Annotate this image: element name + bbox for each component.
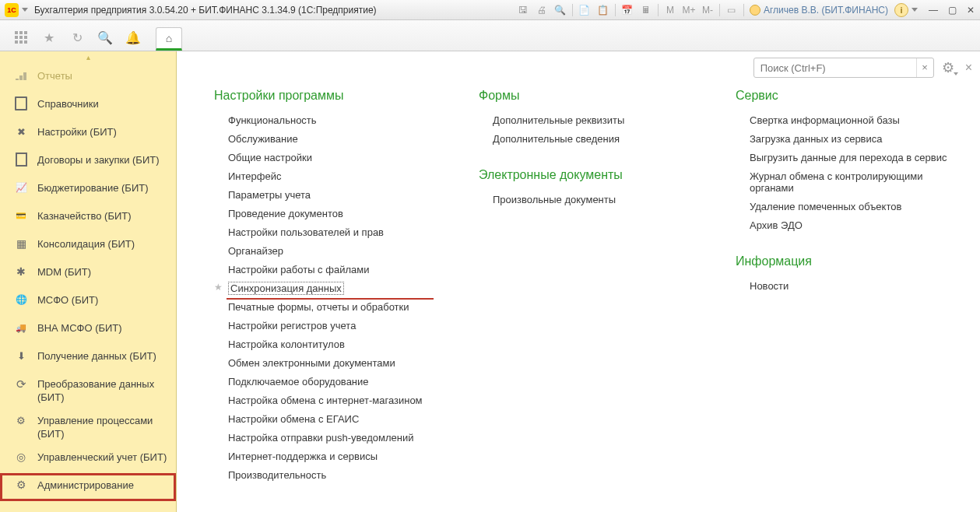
i-wallet-icon (14, 209, 28, 223)
sidebar-item-7[interactable]: MDM (БИТ) (0, 260, 176, 288)
task-icon[interactable]: ▭ (723, 2, 740, 18)
maximize-button[interactable]: ▢ (943, 3, 961, 17)
sidebar-item-9[interactable]: ВНА МСФО (БИТ) (0, 316, 176, 344)
i-gear-icon (14, 478, 28, 492)
minimize-button[interactable]: — (925, 3, 942, 17)
nav-link[interactable]: Загрузка данных из сервиса (736, 129, 969, 148)
paste-icon[interactable]: 📋 (595, 2, 612, 18)
nav-link[interactable]: Настройка обмена с интернет-магазином (214, 391, 448, 409)
memory-mplus[interactable]: M+ (680, 2, 697, 18)
section-info-heading: Информация (736, 254, 969, 268)
nav-link[interactable]: Общие настройки (214, 148, 448, 167)
sidebar-item-label: Управление процессами (БИТ) (37, 413, 168, 440)
sidebar-item-12[interactable]: Управление процессами (БИТ) (0, 409, 176, 445)
sidebar-item-6[interactable]: Консолидация (БИТ) (0, 232, 176, 260)
app-menu-dropdown[interactable] (22, 8, 28, 12)
i-book-icon (14, 96, 28, 110)
current-user[interactable]: Агличев В.В. (БИТ.ФИНАНС) (750, 5, 888, 16)
sidebar-item-10[interactable]: Получение данных (БИТ) (0, 344, 176, 372)
scroll-up-hint[interactable]: ▴ (0, 53, 176, 61)
section-forms-heading: Формы (479, 89, 704, 103)
i-globe-icon (14, 293, 28, 307)
nav-link[interactable]: Дополнительные сведения (479, 129, 704, 148)
nav-link[interactable]: Архив ЭДО (736, 216, 969, 234)
nav-link[interactable]: Дополнительные реквизиты (479, 110, 704, 129)
nav-link[interactable]: Печатные формы, отчеты и обработки (214, 297, 448, 316)
section-settings-heading: Настройки программы (214, 89, 448, 103)
tab-home[interactable]: ⌂ (156, 27, 182, 51)
nav-link[interactable]: Настройки регистров учета (214, 316, 448, 335)
nav-link[interactable]: Произвольные документы (479, 190, 704, 209)
nav-link[interactable]: Синхронизация данных (214, 279, 448, 297)
memory-mminus[interactable]: M- (699, 2, 716, 18)
favorite-icon[interactable]: ★ (42, 30, 56, 44)
nav-link[interactable]: Удаление помеченных объектов (736, 197, 969, 216)
nav-link[interactable]: Обмен электронными документами (214, 353, 448, 372)
nav-link[interactable]: Функциональность (214, 110, 448, 129)
preview-icon[interactable]: 🔍 (552, 2, 569, 18)
save-icon[interactable]: 🖫 (515, 2, 532, 18)
sidebar-item-label: Договоры и закупки (БИТ) (37, 153, 160, 167)
content-search[interactable]: × (753, 58, 934, 78)
sidebar-item-3[interactable]: Договоры и закупки (БИТ) (0, 148, 176, 176)
section-service-heading: Сервис (736, 89, 969, 103)
i-chart-icon (14, 181, 28, 195)
i-truck-icon (14, 321, 28, 335)
calendar-icon[interactable]: 📅 (619, 2, 636, 18)
sidebar-item-label: Справочники (37, 96, 99, 110)
sidebar-item-label: Управленческий учет (БИТ) (37, 450, 167, 464)
sidebar-item-label: Преобразование данных (БИТ) (37, 377, 168, 404)
close-button[interactable]: ✕ (962, 3, 979, 17)
apps-icon[interactable] (14, 30, 28, 44)
print-icon[interactable]: 🖨 (533, 2, 550, 18)
search-clear-icon[interactable]: × (916, 58, 933, 77)
help-dropdown[interactable] (912, 8, 918, 12)
nav-link[interactable]: Настройка колонтитулов (214, 335, 448, 353)
sidebar-item-13[interactable]: Управленческий учет (БИТ) (0, 445, 176, 473)
window-title: Бухгалтерия предприятия 3.0.54.20 + БИТ.… (34, 5, 377, 16)
nav-link[interactable]: Проведение документов (214, 204, 448, 223)
search-input[interactable] (754, 62, 916, 74)
nav-link[interactable]: Выгрузить данные для перехода в сервис (736, 148, 969, 167)
nav-link[interactable]: Подключаемое оборудование (214, 372, 448, 391)
nav-link[interactable]: Настройка отправки push-уведомлений (214, 428, 448, 447)
nav-link[interactable]: Новости (736, 276, 969, 295)
help-icon[interactable]: i (894, 3, 908, 17)
sidebar-item-label: Администрирование (37, 478, 134, 492)
nav-link[interactable]: Настройки пользователей и прав (214, 223, 448, 241)
sidebar-item-label: МСФО (БИТ) (37, 293, 98, 307)
sidebar-item-label: Отчеты (37, 68, 72, 82)
nav-link[interactable]: Параметры учета (214, 185, 448, 204)
nav-link[interactable]: Свертка информационной базы (736, 110, 969, 129)
copy-icon[interactable]: 📄 (576, 2, 593, 18)
nav-link[interactable]: Настройки работы с файлами (214, 260, 448, 279)
sidebar-item-1[interactable]: Справочники (0, 92, 176, 120)
user-name: Агличев В.В. (БИТ.ФИНАНС) (764, 5, 888, 16)
sidebar-item-4[interactable]: Бюджетирование (БИТ) (0, 176, 176, 204)
sidebar-item-8[interactable]: МСФО (БИТ) (0, 288, 176, 316)
sidebar-item-5[interactable]: Казначейство (БИТ) (0, 204, 176, 232)
i-target-icon (14, 450, 28, 464)
nav-link[interactable]: Органайзер (214, 241, 448, 260)
memory-m[interactable]: M (662, 2, 679, 18)
main-toolbar: ★ ↻ 🔍 🔔 ⌂ (0, 20, 980, 51)
notifications-icon[interactable]: 🔔 (126, 30, 140, 44)
panel-close-icon[interactable]: × (965, 61, 972, 75)
history-icon[interactable]: ↻ (70, 30, 84, 44)
i-bars-icon (14, 68, 28, 82)
sidebar-item-11[interactable]: Преобразование данных (БИТ) (0, 372, 176, 409)
nav-link[interactable]: Обслуживание (214, 129, 448, 148)
settings-gear-icon[interactable]: ⚙ (942, 59, 954, 76)
calculator-icon[interactable]: 🖩 (638, 2, 655, 18)
i-dl-icon (14, 349, 28, 363)
section-edocs-heading: Электронные документы (479, 168, 704, 182)
nav-link[interactable]: Журнал обмена с контролирующими органами (736, 167, 969, 197)
nav-link[interactable]: Настройки обмена с ЕГАИС (214, 409, 448, 428)
sidebar-item-2[interactable]: Настройки (БИТ) (0, 120, 176, 148)
search-icon[interactable]: 🔍 (98, 30, 112, 44)
nav-link[interactable]: Производительность (214, 465, 448, 484)
sidebar-item-0[interactable]: Отчеты (0, 64, 176, 92)
sidebar-item-14[interactable]: Администрирование (0, 473, 176, 501)
nav-link[interactable]: Интернет-поддержка и сервисы (214, 447, 448, 465)
nav-link[interactable]: Интерфейс (214, 167, 448, 185)
